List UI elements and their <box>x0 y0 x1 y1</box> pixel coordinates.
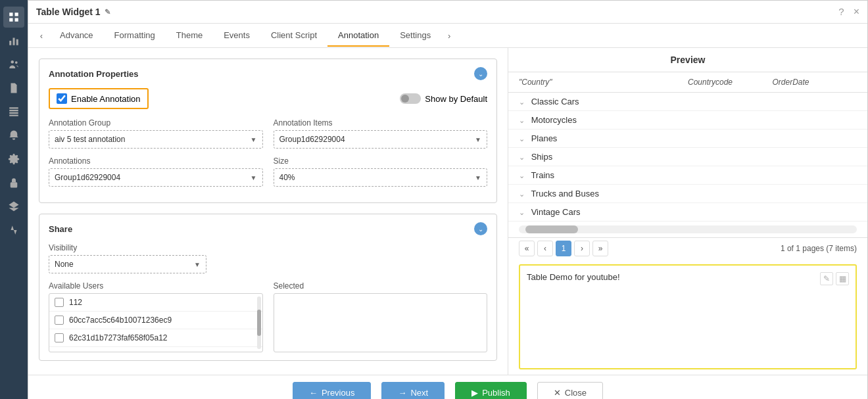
page-next-btn[interactable]: › <box>574 241 590 256</box>
annotation-items-select-wrapper[interactable]: Group1d62929004 ▼ <box>274 130 488 149</box>
dialog-title-text: Table Widget 1 <box>36 7 101 17</box>
svg-rect-3 <box>15 18 18 22</box>
svg-rect-14 <box>11 182 18 187</box>
show-by-default-toggle[interactable] <box>400 93 421 104</box>
tab-theme[interactable]: Theme <box>166 25 213 47</box>
show-by-default-label: Show by Default <box>425 94 487 104</box>
table-header-orderdate: OrderDate <box>773 78 857 87</box>
left-panel: Annotation Properties ⌄ Enable Annotatio… <box>28 48 508 375</box>
enable-annotation-label[interactable]: Enable Annotation <box>49 88 149 109</box>
sidebar-activity-icon[interactable] <box>3 220 24 241</box>
annotation-items-select[interactable]: Group1d62929004 <box>274 131 487 148</box>
tab-settings[interactable]: Settings <box>389 25 441 47</box>
expand-icon-classic-cars[interactable]: ⌄ <box>519 98 525 106</box>
sidebar-settings-icon[interactable] <box>3 149 24 170</box>
dialog-edit-icon[interactable]: ✎ <box>105 8 110 16</box>
user-checkbox-3[interactable] <box>55 333 64 342</box>
sidebar-people-icon[interactable] <box>3 54 24 75</box>
page-info: 1 of 1 pages (7 items) <box>781 244 857 253</box>
expand-icon-planes[interactable]: ⌄ <box>519 135 525 143</box>
table-row-trucks[interactable]: ⌄ Trucks and Buses <box>508 185 867 203</box>
annotations-select-wrapper[interactable]: Group1d62929004 ▼ <box>49 168 263 187</box>
available-users-list: 112 60cc7acc5c64b10071236ec9 62c31d1b727… <box>49 293 263 352</box>
show-by-default-row[interactable]: Show by Default <box>400 93 487 104</box>
sidebar-file-icon[interactable] <box>3 78 24 99</box>
table-row-vintage-cars[interactable]: ⌄ Vintage Cars <box>508 203 867 222</box>
tab-annotation[interactable]: Annotation <box>327 25 389 47</box>
enable-annotation-text: Enable Annotation <box>71 94 141 104</box>
visibility-select[interactable]: None All Users Selected Users <box>49 256 206 273</box>
table-row-ships[interactable]: ⌄ Ships <box>508 148 867 166</box>
tabs-bar: ‹ Advance Formatting Theme Events Client… <box>28 24 867 48</box>
enable-annotation-checkbox[interactable] <box>57 93 67 104</box>
expand-icon-vintage-cars[interactable]: ⌄ <box>519 208 525 216</box>
close-button[interactable]: ✕ Close <box>537 382 603 399</box>
page-last-btn[interactable]: » <box>592 241 608 256</box>
users-scrollbar-track[interactable] <box>257 296 261 349</box>
note-box: Table Demo for youtube! ✎ ▦ <box>519 264 857 369</box>
users-scrollbar-thumb[interactable] <box>257 310 261 336</box>
user-id-3: 62c31d1b7273faf658f05a12 <box>69 333 167 342</box>
expand-icon-trains[interactable]: ⌄ <box>519 172 525 179</box>
sidebar-grid-icon[interactable] <box>3 101 24 122</box>
annotation-group-select-wrapper[interactable]: aiv 5 test annotation ▼ <box>49 130 263 149</box>
size-select[interactable]: 20% 30% 40% 50% 60% 80% 100% <box>274 169 487 186</box>
annotations-select[interactable]: Group1d62929004 <box>49 169 262 186</box>
dialog-close-button[interactable]: × <box>854 6 859 18</box>
user-checkbox-2[interactable] <box>55 316 64 325</box>
h-scrollbar-track[interactable] <box>519 225 857 233</box>
previous-button[interactable]: ← Previous <box>293 382 372 399</box>
svg-rect-2 <box>9 18 12 22</box>
user-id-2: 60cc7acc5c64b10071236ec9 <box>69 316 172 325</box>
tab-events[interactable]: Events <box>213 25 260 47</box>
size-select-wrapper[interactable]: 20% 30% 40% 50% 60% 80% 100% ▼ <box>274 168 488 187</box>
dialog-help-button[interactable]: ? <box>838 6 844 18</box>
preview-content: "Country" Countrycode OrderDate ⌄ Classi… <box>508 72 867 375</box>
share-collapse[interactable]: ⌄ <box>474 222 487 235</box>
tab-advance[interactable]: Advance <box>49 25 104 47</box>
sidebar-home-icon[interactable] <box>3 7 24 28</box>
tab-formatting[interactable]: Formatting <box>104 25 166 47</box>
share-section: Share ⌄ Visibility None All Users Select… <box>39 214 497 361</box>
preview-scrollbar[interactable] <box>508 222 867 237</box>
table-cell-ships: ⌄ Ships <box>519 152 688 162</box>
table-row-planes[interactable]: ⌄ Planes <box>508 129 867 148</box>
page-current-btn[interactable]: 1 <box>556 241 571 256</box>
user-item-1[interactable]: 112 <box>49 294 262 312</box>
sidebar-bell-icon[interactable] <box>3 125 24 146</box>
visibility-select-wrapper[interactable]: None All Users Selected Users ▼ <box>49 255 206 273</box>
publish-play-icon: ▶ <box>471 388 478 398</box>
page-prev-btn[interactable]: ‹ <box>537 241 553 256</box>
annotation-properties-collapse[interactable]: ⌄ <box>474 67 487 80</box>
annotation-group-label: Annotation Group <box>49 118 263 128</box>
table-row-motorcycles[interactable]: ⌄ Motorcycles <box>508 111 867 129</box>
table-header-row: "Country" Countrycode OrderDate <box>508 72 867 93</box>
note-edit-icon[interactable]: ✎ <box>820 272 833 285</box>
sidebar-layers-icon[interactable] <box>3 196 24 217</box>
next-button[interactable]: → Next <box>381 382 445 399</box>
share-title: Share <box>49 224 72 234</box>
expand-icon-trucks[interactable]: ⌄ <box>519 190 525 198</box>
size-label: Size <box>274 156 488 166</box>
user-checkbox-1[interactable] <box>55 298 64 307</box>
table-row-classic-cars[interactable]: ⌄ Classic Cars <box>508 93 867 111</box>
publish-button[interactable]: ▶ Publish <box>455 382 527 399</box>
table-row-trains[interactable]: ⌄ Trains <box>508 166 867 185</box>
expand-icon-ships[interactable]: ⌄ <box>519 153 525 161</box>
sidebar-chart-icon[interactable] <box>3 30 24 51</box>
table-cell-planes: ⌄ Planes <box>519 133 688 143</box>
svg-marker-15 <box>9 202 19 208</box>
close-label: Close <box>565 388 587 398</box>
tabs-right-arrow[interactable]: › <box>441 24 457 47</box>
user-item-2[interactable]: 60cc7acc5c64b10071236ec9 <box>49 312 262 329</box>
user-item-3[interactable]: 62c31d1b7273faf658f05a12 <box>49 329 262 347</box>
expand-icon-motorcycles[interactable]: ⌄ <box>519 116 525 124</box>
previous-arrow-icon: ← <box>309 388 318 398</box>
annotation-group-select[interactable]: aiv 5 test annotation <box>49 131 262 148</box>
page-first-btn[interactable]: « <box>519 241 535 256</box>
note-save-icon[interactable]: ▦ <box>836 272 849 285</box>
tab-client-script[interactable]: Client Script <box>260 25 327 47</box>
h-scrollbar-thumb[interactable] <box>525 225 578 233</box>
sidebar-lock-icon[interactable] <box>3 172 24 193</box>
tabs-left-arrow[interactable]: ‹ <box>34 24 49 47</box>
